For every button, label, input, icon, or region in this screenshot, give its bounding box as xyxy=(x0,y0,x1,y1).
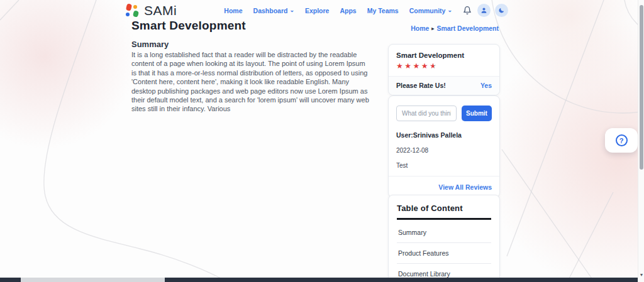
review-date: 2022-12-08 xyxy=(389,139,499,154)
view-all-reviews-link[interactable]: View All Reviews xyxy=(438,183,492,191)
notifications-button[interactable] xyxy=(462,5,473,16)
footer-bar xyxy=(0,278,638,282)
star-rating[interactable]: ★★★★★ xyxy=(389,59,499,76)
nav-item-community[interactable]: Community⌄ xyxy=(409,7,452,14)
header-icons xyxy=(462,4,508,17)
profile-button[interactable] xyxy=(477,4,491,17)
app-root: SAMi Home Dashboard⌄ Explore Apps My Tea… xyxy=(0,0,644,282)
star-icon: ★ xyxy=(413,62,421,70)
user-icon xyxy=(480,7,487,14)
toc-title: Table of Content xyxy=(389,195,499,213)
nav-item-my-teams[interactable]: My Teams xyxy=(367,7,399,14)
chevron-down-icon: ⌄ xyxy=(447,8,452,13)
star-icon: ★ xyxy=(404,62,413,70)
toc-underline xyxy=(397,218,491,220)
chevron-down-icon: ⌄ xyxy=(289,8,294,13)
rate-us-label: Please Rate Us! xyxy=(396,82,446,89)
background-decoration xyxy=(0,0,644,282)
bell-icon xyxy=(463,6,472,15)
star-half-icon: ★ xyxy=(430,62,438,70)
review-user: User:Srinivas Pallela xyxy=(389,121,499,139)
main-nav: Home Dashboard⌄ Explore Apps My Teams Co… xyxy=(224,7,452,14)
brand-logo[interactable]: SAMi xyxy=(126,3,177,18)
star-icon: ★ xyxy=(396,62,404,70)
nav-item-dashboard[interactable]: Dashboard⌄ xyxy=(253,7,294,14)
footer-bar-segment xyxy=(21,278,165,282)
brand-logo-icon xyxy=(126,4,138,17)
star-icon: ★ xyxy=(421,62,430,70)
top-navbar: SAMi Home Dashboard⌄ Explore Apps My Tea… xyxy=(126,0,508,21)
review-form: Submit xyxy=(389,96,499,121)
toc-item-summary[interactable]: Summary xyxy=(397,222,491,243)
help-button[interactable]: ? xyxy=(605,128,638,153)
nav-item-apps[interactable]: Apps xyxy=(340,7,356,14)
breadcrumb-current: Smart Development xyxy=(436,24,499,32)
breadcrumb: Home▸Smart Development xyxy=(371,24,499,32)
scrollbar-thumb[interactable] xyxy=(640,5,643,170)
review-card-footer: View All Reviews xyxy=(389,176,499,197)
table-of-content-card: Table of Content Summary Product Feature… xyxy=(388,195,500,282)
review-card: Submit User:Srinivas Pallela 2022-12-08 … xyxy=(388,95,500,198)
rating-card: Smart Development ★★★★★ Please Rate Us! … xyxy=(388,44,500,95)
moon-icon xyxy=(498,7,505,14)
rate-yes-link[interactable]: Yes xyxy=(480,82,492,89)
summary-section-title: Summary xyxy=(131,40,169,49)
rating-card-title: Smart Development xyxy=(389,45,499,59)
vertical-scrollbar[interactable]: ▼ xyxy=(638,0,644,282)
nav-item-explore[interactable]: Explore xyxy=(305,7,330,14)
breadcrumb-separator-icon: ▸ xyxy=(431,26,434,31)
toc-item-product-features[interactable]: Product Features xyxy=(397,243,491,264)
help-icon: ? xyxy=(616,134,628,146)
review-input[interactable] xyxy=(396,106,457,121)
toc-list: Summary Product Features Document Librar… xyxy=(389,222,499,282)
scrollbar-down-arrow[interactable]: ▼ xyxy=(638,273,644,277)
breadcrumb-home-link[interactable]: Home xyxy=(411,24,429,32)
rate-us-row: Please Rate Us! Yes xyxy=(389,76,499,95)
brand-name: SAMi xyxy=(144,3,177,18)
summary-paragraph: It is a long established fact that a rea… xyxy=(131,50,370,114)
submit-button[interactable]: Submit xyxy=(462,106,492,121)
nav-item-home[interactable]: Home xyxy=(224,7,242,14)
theme-toggle-button[interactable] xyxy=(495,4,508,17)
review-comment: Test xyxy=(389,154,499,169)
page-title: Smart Development xyxy=(131,19,246,33)
